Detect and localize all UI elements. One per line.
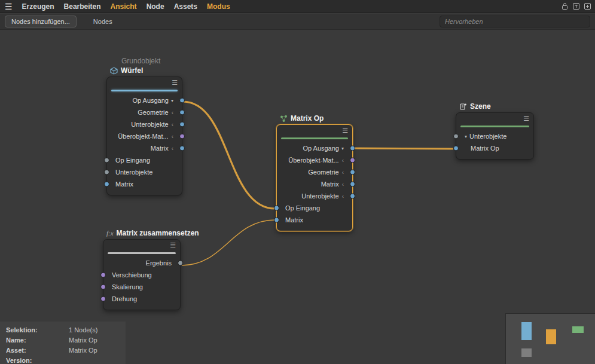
menu-assets[interactable]: Assets — [169, 2, 202, 11]
node-wuerfel[interactable]: Grundobjekt Würfel ☰ Op Ausgang ▾ Geomet… — [106, 77, 182, 195]
port-label: Matrix — [321, 181, 339, 188]
info-row: Version: — [6, 355, 126, 364]
collapse-icon[interactable]: ‹ — [172, 145, 173, 152]
port-label: Unterobjekte — [131, 121, 168, 128]
port-row: Unterobjekte — [107, 166, 182, 178]
node-matrix-zusammensetzen[interactable]: f:x Matrix zusammensetzen ☰ Ergebnis Ver… — [103, 239, 181, 310]
node-matrix-op[interactable]: Matrix Op ☰ Op Ausgang ▾ Überobjekt-Mat.… — [276, 124, 353, 231]
port-dot[interactable] — [104, 170, 109, 175]
collapse-icon[interactable]: ‹ — [342, 169, 344, 176]
port-dot[interactable] — [100, 296, 106, 302]
dock-window-icon[interactable] — [572, 2, 580, 10]
port-dot[interactable] — [350, 146, 355, 151]
port-dot[interactable] — [274, 206, 279, 211]
collapse-icon[interactable]: ‹ — [342, 193, 344, 200]
port-dot[interactable] — [350, 158, 355, 163]
fx-icon: f:x — [106, 230, 114, 237]
menu-node[interactable]: Node — [142, 2, 169, 11]
node-header[interactable]: ☰ — [107, 77, 182, 90]
node-caption: Grundobjekt Würfel — [110, 57, 160, 75]
menu-modus[interactable]: Modus — [202, 2, 235, 11]
port-row: Drehung — [103, 293, 180, 305]
node-menu-icon[interactable]: ☰ — [170, 241, 176, 249]
scene-icon — [459, 103, 467, 111]
node-header[interactable]: ☰ — [456, 113, 533, 126]
port-label: Op Eingang — [115, 157, 150, 164]
node-menu-icon[interactable]: ☰ — [172, 79, 178, 87]
collapse-icon[interactable]: ‹ — [172, 121, 173, 128]
node-title: Szene — [470, 102, 491, 111]
port-dot[interactable] — [453, 134, 459, 139]
new-panel-icon[interactable] — [584, 2, 591, 10]
node-caption: f:x Matrix zusammensetzen — [106, 229, 199, 237]
node-editor: ☰ Erzeugen Bearbeiten Ansicht Node Asset… — [0, 0, 595, 364]
node-header[interactable]: ☰ — [103, 240, 180, 252]
port-dot[interactable] — [104, 158, 109, 163]
node-menu-icon[interactable]: ☰ — [523, 115, 529, 123]
connection-wire[interactable] — [354, 148, 453, 149]
expand-icon[interactable]: ▾ — [171, 98, 173, 103]
menu-erzeugen[interactable]: Erzeugen — [17, 2, 59, 11]
menu-bearbeiten[interactable]: Bearbeiten — [59, 2, 106, 11]
port-dot[interactable] — [100, 285, 106, 290]
port-dot[interactable] — [100, 273, 106, 278]
port-row: Op Eingang — [277, 202, 352, 214]
port-dot[interactable] — [453, 146, 459, 151]
expand-icon[interactable]: ▾ — [465, 134, 467, 139]
expand-icon[interactable]: ▾ — [341, 146, 344, 151]
port-label: Op Eingang — [285, 204, 320, 212]
port-dot[interactable] — [350, 182, 355, 187]
port-label: Verschiebung — [112, 271, 152, 279]
port-label: Op Ausgang — [132, 97, 169, 104]
collapse-icon[interactable]: ‹ — [342, 157, 344, 164]
connection-wire[interactable] — [183, 102, 275, 209]
info-row: Asset: Matrix Op — [6, 345, 126, 355]
port-dot[interactable] — [179, 146, 185, 151]
port-label: Geometrie — [308, 169, 338, 176]
port-row: Überobjekt-Mat... ‹ — [107, 130, 182, 142]
tab-nodes[interactable]: Nodes — [93, 18, 112, 25]
highlight-search-input[interactable] — [440, 16, 590, 27]
hamburger-menu-icon[interactable]: ☰ — [0, 2, 17, 11]
port-label: Ergebnis — [146, 259, 172, 267]
collapse-icon[interactable]: ‹ — [172, 109, 173, 116]
port-label: Unterobjekte — [469, 133, 506, 140]
minimap-node-wuerfel — [521, 322, 532, 340]
port-dot[interactable] — [179, 110, 185, 115]
node-title: Matrix zusammensetzen — [117, 229, 199, 237]
node-category-label: Grundobjekt — [121, 57, 160, 65]
node-accent-bar — [111, 90, 178, 91]
node-accent-bar — [281, 137, 348, 139]
port-dot[interactable] — [350, 170, 355, 175]
node-szene[interactable]: Szene ☰ ▾ Unterobjekte Matrix Op — [456, 112, 534, 160]
lock-icon[interactable] — [561, 2, 569, 10]
port-dot[interactable] — [178, 261, 183, 266]
port-dot[interactable] — [179, 122, 185, 127]
collapse-icon[interactable]: ‹ — [342, 181, 344, 188]
node-accent-bar — [108, 252, 176, 254]
port-dot[interactable] — [104, 182, 109, 187]
port-label: Matrix — [285, 216, 303, 224]
port-label: Op Ausgang — [303, 145, 339, 152]
node-title: Matrix Op — [291, 114, 324, 123]
port-row: Skalierung — [103, 281, 180, 293]
connection-wire[interactable] — [182, 220, 275, 265]
port-row: Matrix — [107, 178, 182, 190]
port-row: Matrix ‹ — [107, 142, 182, 154]
port-dot[interactable] — [179, 134, 185, 139]
add-nodes-button[interactable]: Nodes hinzufügen... — [5, 16, 77, 27]
node-caption: Matrix Op — [280, 114, 324, 123]
port-row: Geometrie ‹ — [277, 166, 352, 178]
port-row: Matrix — [277, 214, 352, 226]
collapse-icon[interactable]: ‹ — [172, 133, 173, 140]
port-row: Op Ausgang ▾ — [107, 94, 182, 106]
node-menu-icon[interactable]: ☰ — [342, 127, 348, 134]
node-header[interactable]: ☰ — [277, 125, 352, 137]
minimap[interactable] — [505, 313, 595, 364]
node-toolbar: Nodes hinzufügen... Nodes — [0, 14, 595, 30]
port-dot[interactable] — [274, 218, 279, 223]
minimap-node-matrix-zusammensetzen — [521, 348, 532, 357]
port-dot[interactable] — [350, 194, 355, 199]
port-dot[interactable] — [179, 98, 185, 103]
menu-ansicht[interactable]: Ansicht — [106, 2, 142, 11]
